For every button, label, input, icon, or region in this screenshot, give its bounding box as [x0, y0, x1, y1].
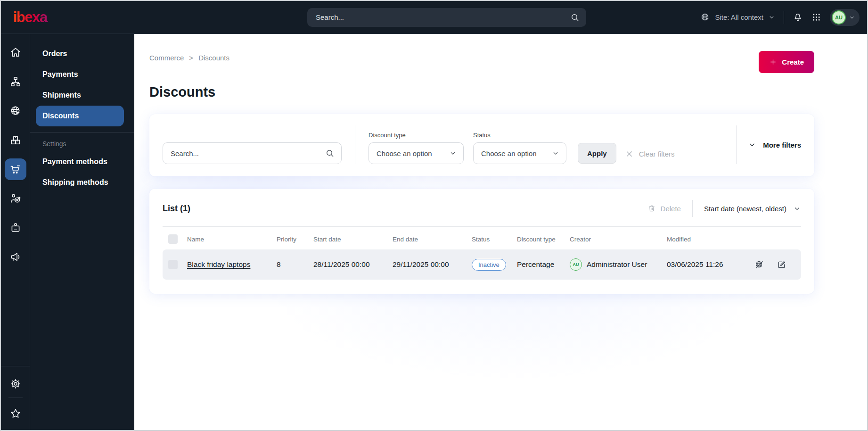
rail-item-bookmarks[interactable]	[5, 403, 26, 424]
global-search-input[interactable]	[316, 13, 570, 21]
delete-button[interactable]: Delete	[647, 204, 681, 213]
rail-item-commerce[interactable]	[5, 158, 26, 180]
search-icon	[325, 149, 335, 158]
products-boxes-icon	[9, 134, 22, 146]
breadcrumb-discounts[interactable]: Discounts	[198, 54, 229, 62]
main-content: Commerce > Discounts Create Discounts	[134, 34, 867, 430]
site-globe-icon	[700, 12, 710, 22]
app-switcher-button[interactable]	[811, 12, 821, 22]
close-icon	[625, 149, 634, 158]
trash-icon	[647, 204, 656, 213]
creator-name: Administrator User	[587, 260, 647, 269]
menu-item-orders[interactable]: Orders	[30, 43, 134, 64]
ibexa-logo[interactable]: ibexa	[10, 9, 50, 26]
site-context-label: Site: All context	[715, 13, 763, 21]
avatar: AU	[832, 10, 846, 25]
top-bar: ibexa Site: All context	[1, 1, 867, 34]
cell-start-date: 28/11/2025 00:00	[313, 260, 393, 269]
rail-item-dashboard[interactable]	[5, 41, 26, 63]
clear-filters-label: Clear filters	[639, 150, 675, 158]
chevron-down-icon	[748, 141, 756, 149]
rail-item-customers[interactable]	[5, 188, 26, 209]
content-tree-icon	[9, 75, 22, 88]
select-all-checkbox[interactable]	[168, 234, 178, 244]
table-row: Black friday laptops 8 28/11/2025 00:00 …	[163, 249, 801, 280]
chevron-down-icon	[793, 205, 801, 213]
global-search[interactable]	[307, 8, 586, 27]
column-header-discount-type: Discount type	[517, 236, 570, 243]
creator-avatar: AU	[570, 258, 582, 271]
rail-divider	[8, 398, 23, 398]
menu-section-settings: Settings	[30, 137, 134, 151]
rail-item-marketing[interactable]	[5, 246, 26, 268]
status-badge: Inactive	[472, 259, 506, 271]
discount-name-link[interactable]: Black friday laptops	[187, 260, 250, 268]
status-select[interactable]: Choose an option	[473, 142, 566, 164]
row-checkbox[interactable]	[168, 260, 178, 269]
plus-icon	[769, 58, 777, 66]
marketing-megaphone-icon	[9, 251, 22, 263]
filter-search-input[interactable]	[171, 149, 325, 157]
app-grid-icon	[811, 12, 821, 22]
column-header-modified: Modified	[667, 236, 754, 243]
rail-divider	[1, 366, 30, 366]
filter-divider	[355, 125, 355, 164]
rail-item-site[interactable]	[5, 100, 26, 122]
filter-search[interactable]	[163, 142, 342, 164]
column-header-end-date: End date	[393, 236, 472, 243]
home-icon	[9, 46, 22, 58]
bookmarks-star-icon	[9, 407, 22, 420]
menu-item-shipping-methods[interactable]: Shipping methods	[30, 172, 134, 193]
filters-bar: Discount type Choose an option Status Ch…	[149, 114, 814, 176]
column-header-start-date: Start date	[313, 236, 393, 243]
breadcrumb-separator: >	[189, 54, 193, 62]
breadcrumb: Commerce > Discounts	[149, 51, 229, 62]
notifications-button[interactable]	[793, 12, 803, 23]
list-head-divider	[692, 200, 693, 217]
create-button[interactable]: Create	[759, 51, 814, 73]
sort-label: Start date (newest, oldest)	[704, 205, 786, 213]
status-value: Choose an option	[481, 149, 537, 157]
customer-target-icon	[9, 192, 22, 205]
menu-item-payments[interactable]: Payments	[30, 64, 134, 85]
edit-icon[interactable]	[777, 260, 786, 270]
delete-label: Delete	[661, 205, 681, 213]
chevron-down-icon	[849, 14, 855, 21]
rail-item-admin[interactable]	[5, 373, 26, 395]
site-globe-cursor-icon	[9, 105, 22, 117]
status-label: Status	[473, 132, 578, 139]
clear-filters-button[interactable]: Clear filters	[625, 149, 675, 158]
menu-divider	[30, 132, 134, 133]
column-header-status: Status	[472, 236, 517, 243]
menu-item-payment-methods[interactable]: Payment methods	[30, 151, 134, 172]
preview-disabled-icon[interactable]	[754, 260, 764, 270]
site-context-selector[interactable]: Site: All context	[700, 12, 775, 22]
apply-button[interactable]: Apply	[578, 143, 616, 164]
create-button-label: Create	[782, 58, 804, 66]
menu-item-discounts[interactable]: Discounts	[36, 106, 124, 126]
column-header-name: Name	[187, 236, 277, 243]
bell-icon	[793, 12, 803, 23]
menu-item-shipments[interactable]: Shipments	[30, 85, 134, 106]
rail-item-company[interactable]	[5, 217, 26, 239]
discount-type-select[interactable]: Choose an option	[368, 142, 464, 164]
app-window: ibexa Site: All context	[0, 0, 868, 431]
topbar-divider	[784, 11, 784, 24]
rail-item-content[interactable]	[5, 71, 26, 92]
breadcrumb-commerce[interactable]: Commerce	[149, 54, 184, 62]
rail-item-products[interactable]	[5, 129, 26, 151]
list-title: List (1)	[163, 204, 190, 214]
page-title: Discounts	[149, 84, 814, 100]
chevron-down-icon	[552, 149, 559, 157]
more-filters-button[interactable]: More filters	[736, 125, 801, 164]
topbar-right-cluster: Site: All context AU	[700, 9, 860, 26]
commerce-menu-panel: Orders Payments Shipments Discounts Sett…	[30, 34, 134, 430]
column-header-creator: Creator	[570, 236, 667, 243]
column-header-priority: Priority	[277, 236, 313, 243]
sort-select[interactable]: Start date (newest, oldest)	[704, 205, 801, 213]
user-menu[interactable]: AU	[830, 9, 860, 26]
chevron-down-icon	[449, 149, 457, 157]
icon-rail	[1, 34, 30, 430]
discount-type-label: Discount type	[368, 132, 473, 139]
search-icon	[570, 13, 580, 22]
